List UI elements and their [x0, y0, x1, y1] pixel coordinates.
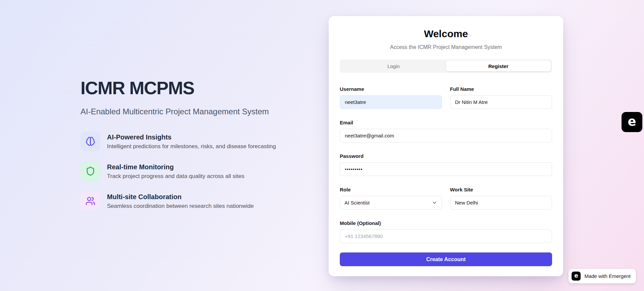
emergent-side-badge[interactable]: e	[622, 112, 642, 132]
brand-panel: ICMR MCPMS AI-Enabled Multicentric Proje…	[80, 78, 302, 211]
auth-card: Welcome Access the ICMR Project Manageme…	[329, 16, 563, 276]
emergent-logo-icon: e	[628, 115, 636, 128]
work-site-input[interactable]	[450, 196, 552, 210]
made-with-emergent-badge[interactable]: e Made with Emergent	[569, 269, 636, 283]
password-input[interactable]	[340, 162, 552, 176]
role-select[interactable]: AI Scientist	[340, 196, 442, 210]
form-row-mobile: Mobile (Optional)	[340, 220, 552, 243]
full-name-input[interactable]	[450, 95, 552, 109]
mobile-label: Mobile (Optional)	[340, 220, 552, 226]
feature-multisite-collaboration: Multi-site Collaboration Seamless coordi…	[80, 191, 302, 211]
email-label: Email	[340, 120, 552, 126]
feature-description: Intelligent predictions for milestones, …	[107, 143, 276, 150]
feature-description: Seamless coordination between research s…	[107, 202, 254, 210]
emergent-logo-icon: e	[572, 272, 581, 281]
feature-title: Multi-site Collaboration	[107, 193, 254, 201]
feature-description: Track project progress and data quality …	[107, 173, 244, 180]
form-row-username-fullname: Username Full Name	[340, 86, 552, 109]
username-label: Username	[340, 86, 442, 92]
brain-icon	[80, 131, 100, 151]
tab-register[interactable]: Register	[446, 61, 551, 71]
create-account-button[interactable]: Create Account	[340, 252, 552, 266]
feature-list: AI-Powered Insights Intelligent predicti…	[80, 131, 302, 211]
chevron-down-icon	[432, 200, 437, 206]
form-row-password: Password	[340, 153, 552, 176]
auth-tabs: Login Register	[340, 59, 552, 73]
card-subtitle: Access the ICMR Project Management Syste…	[340, 44, 552, 51]
work-site-label: Work Site	[450, 187, 552, 193]
users-icon	[80, 191, 100, 211]
username-input[interactable]	[340, 95, 442, 109]
feature-ai-insights: AI-Powered Insights Intelligent predicti…	[80, 131, 302, 151]
mobile-input[interactable]	[340, 229, 552, 243]
full-name-label: Full Name	[450, 86, 552, 92]
email-input[interactable]	[340, 129, 552, 142]
password-label: Password	[340, 153, 552, 159]
form-row-role-worksite: Role AI Scientist Work Site	[340, 187, 552, 210]
feature-realtime-monitoring: Real-time Monitoring Track project progr…	[80, 161, 302, 181]
role-select-value: AI Scientist	[344, 200, 370, 206]
feature-title: AI-Powered Insights	[107, 133, 276, 141]
tab-login[interactable]: Login	[341, 61, 446, 71]
feature-title: Real-time Monitoring	[107, 163, 244, 171]
role-label: Role	[340, 187, 442, 193]
app-subtitle: AI-Enabled Multicentric Project Manageme…	[80, 107, 302, 117]
form-row-email: Email	[340, 120, 552, 142]
shield-icon	[80, 161, 100, 181]
card-title: Welcome	[340, 28, 552, 40]
made-with-emergent-label: Made with Emergent	[584, 273, 631, 279]
app-title: ICMR MCPMS	[80, 78, 302, 98]
